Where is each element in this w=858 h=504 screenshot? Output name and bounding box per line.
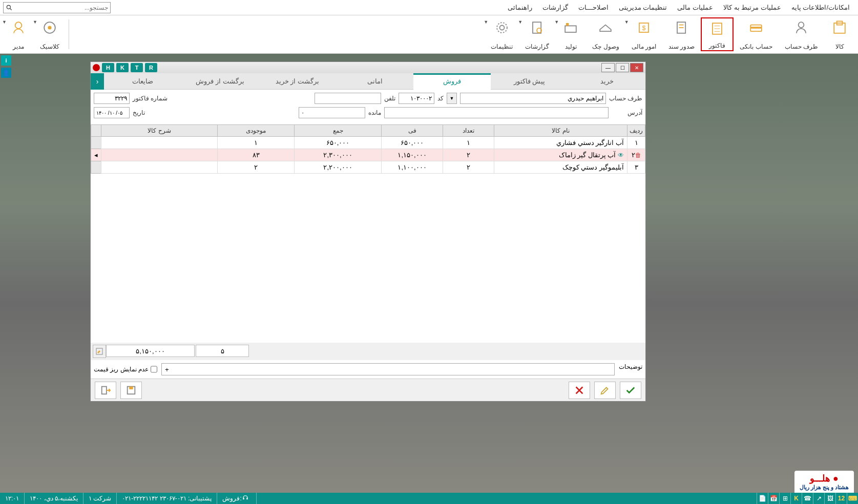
doc-icon[interactable]: 📄	[757, 493, 768, 504]
tb-invoice[interactable]: فاکتور	[701, 17, 734, 51]
col-row: ردیف	[627, 125, 645, 137]
tb-settings[interactable]: ▼تنظیمات	[485, 17, 519, 51]
invno-field[interactable]	[94, 93, 130, 104]
date-icon[interactable]: 12	[835, 493, 847, 504]
grid-icon[interactable]: ⊞	[779, 493, 790, 504]
k-icon[interactable]: K	[790, 493, 802, 504]
delete-icon[interactable]: 🗑	[635, 152, 641, 159]
info-icon[interactable]: i	[1, 55, 11, 66]
menu-financial-ops[interactable]: عملیات مالی	[672, 0, 718, 15]
svg-point-23	[48, 26, 51, 29]
account-name-field[interactable]	[460, 93, 606, 104]
date-field[interactable]	[94, 107, 130, 118]
key-r[interactable]: R	[145, 63, 157, 72]
code-field[interactable]	[399, 93, 434, 104]
balance-field[interactable]	[299, 107, 365, 118]
svg-point-21	[497, 23, 507, 33]
tab-return-sell[interactable]: برگشت از فروش	[181, 73, 259, 90]
user-icon[interactable]: 👤	[1, 68, 11, 78]
date-label: تاريخ	[133, 109, 145, 116]
col-price: فی	[382, 125, 443, 137]
eye-icon[interactable]: 👁	[618, 152, 624, 159]
svg-point-4	[799, 22, 804, 28]
address-field[interactable]	[384, 107, 609, 118]
status-date: یکشنبه،۵ دي، ۱۴۰۰	[25, 493, 83, 504]
exit-button[interactable]	[95, 382, 116, 399]
tab-waste[interactable]: ضایعات	[104, 73, 181, 90]
tb-classic[interactable]: ▼کلاسیک	[34, 17, 66, 51]
search-input[interactable]	[13, 4, 108, 11]
tab-consignment[interactable]: امانی	[336, 73, 413, 90]
tab-return-buy[interactable]: برگشت از خرید	[259, 73, 336, 90]
svg-text:$: $	[642, 25, 645, 32]
account-dropdown-button[interactable]: ▼	[447, 93, 457, 104]
cancel-button[interactable]	[569, 382, 590, 399]
close-button[interactable]: ✕	[630, 63, 643, 72]
tb-goods[interactable]: کالا	[824, 17, 855, 51]
confirm-button[interactable]	[620, 382, 641, 399]
svg-point-20	[499, 26, 504, 30]
tb-reports[interactable]: ▼گزارشات	[519, 17, 555, 51]
side-icons: i 👤	[1, 55, 11, 80]
table-row[interactable]: 🗑۲ 👁 آب پرتقال گیر زاماک ۲۱,۱۵۰,۰۰۰۲,۳۰۰…	[91, 149, 645, 161]
desc-field[interactable]	[161, 363, 615, 375]
minimize-button[interactable]: —	[601, 63, 615, 72]
table-row[interactable]: ۳ آبليموگير دستي کوچک ۲۱,۱۰۰,۰۰۰۲,۲۰۰,۰۰…	[91, 161, 645, 174]
save-button[interactable]	[120, 382, 142, 399]
key-k[interactable]: K	[116, 63, 129, 72]
description-area: توضیحات عدم نمایش ریز قیمت	[91, 360, 645, 379]
col-qty: تعداد	[443, 125, 494, 137]
main-toolbar: کالا طرف حساب حساب بانکی فاکتور صدور سند…	[0, 15, 858, 54]
tb-financial[interactable]: ▼$امور مالی	[625, 17, 662, 51]
noprice-checkbox[interactable]: عدم نمایش ریز قیمت	[94, 363, 157, 375]
edit-button[interactable]	[594, 382, 616, 399]
keyboard-icon[interactable]: ⌨	[847, 493, 858, 504]
tb-bank-account[interactable]: حساب بانکی	[734, 17, 778, 51]
code-label: کد	[437, 95, 444, 102]
invno-label: شماره فاکتور	[133, 95, 168, 102]
menu-reports[interactable]: گزارشات	[537, 0, 573, 15]
window-titlebar[interactable]: H K T R — ☐ ✕	[91, 62, 645, 73]
totals-row: ۵ ۵,۱۵۰,۰۰۰	[91, 343, 645, 360]
tab-buy[interactable]: خرید	[568, 73, 645, 90]
tb-admin[interactable]: ▼مدیر	[3, 17, 34, 51]
status-company: شرکت ۱	[83, 493, 117, 504]
items-grid[interactable]: ردیف نام کالا تعداد فی جمع موجودی شرح کا…	[91, 124, 645, 343]
table-row[interactable]: ۱ آب انارگير دستي فشاري ۱۶۵۰,۰۰۰۶۵۰,۰۰۰۱	[91, 137, 645, 149]
key-t[interactable]: T	[131, 63, 143, 72]
tb-production[interactable]: ▼تولید	[555, 17, 586, 51]
tb-voucher[interactable]: صدور سند	[662, 17, 701, 51]
search-box[interactable]	[3, 2, 111, 13]
status-icons: 📄 📅 ⊞ K ☎ ↗ 🖼 12 ⌨	[757, 493, 858, 504]
address-label: آدرس	[612, 109, 642, 116]
calendar-icon[interactable]: 📅	[768, 493, 779, 504]
phone-field[interactable]	[315, 93, 381, 104]
key-h[interactable]: H	[102, 63, 114, 72]
menu-goods-ops[interactable]: عملیات مرتبط به کالا	[718, 0, 786, 15]
col-stock: موجودی	[218, 125, 295, 137]
menu-mgmt-settings[interactable]: تنظیمات مدیریتی	[614, 0, 673, 15]
col-name: نام کالا	[494, 125, 627, 137]
phone-icon[interactable]: ☎	[802, 493, 813, 504]
total-qty: ۵	[196, 345, 249, 357]
tb-cheque[interactable]: وصول چک	[586, 17, 625, 51]
search-icon	[6, 4, 13, 11]
tab-sell[interactable]: فروش	[413, 73, 491, 90]
chevron-down-icon: ▼	[484, 19, 488, 25]
share-icon[interactable]: ↗	[813, 493, 824, 504]
image-icon[interactable]: 🖼	[824, 493, 835, 504]
edit-totals-icon[interactable]	[93, 345, 106, 358]
tab-preinvoice[interactable]: پیش فاکتور	[491, 73, 568, 90]
menu-help[interactable]: راهنمائی	[503, 0, 537, 15]
maximize-button[interactable]: ☐	[616, 63, 629, 72]
svg-point-0	[7, 5, 10, 9]
menu-base[interactable]: امکانات/اطلاعات پایه	[786, 0, 855, 15]
col-sum: جمع	[295, 125, 382, 137]
tab-nav-prev[interactable]: ‹	[91, 73, 104, 90]
col-desc: شرح کالا	[101, 125, 218, 137]
menu-corrections[interactable]: اصلاحـــات	[573, 0, 614, 15]
tb-account-side[interactable]: طرف حساب	[779, 17, 824, 51]
status-time: ۱۲:۰۱	[0, 493, 25, 504]
chevron-down-icon: ▼	[2, 19, 7, 25]
account-label: طرف حساب	[609, 95, 642, 102]
